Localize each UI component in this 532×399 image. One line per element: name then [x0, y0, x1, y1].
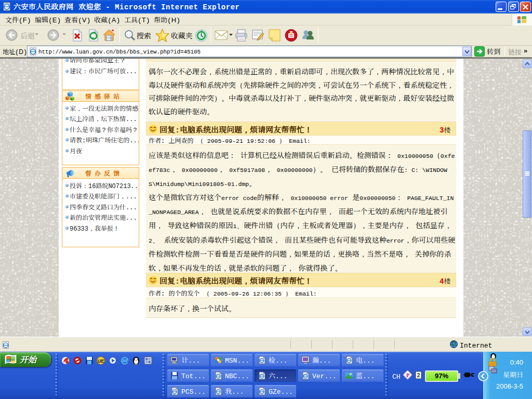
svg-text:P: P [406, 373, 409, 378]
svg-text:2: 2 [417, 373, 420, 378]
svg-text:UE: UE [98, 358, 104, 364]
